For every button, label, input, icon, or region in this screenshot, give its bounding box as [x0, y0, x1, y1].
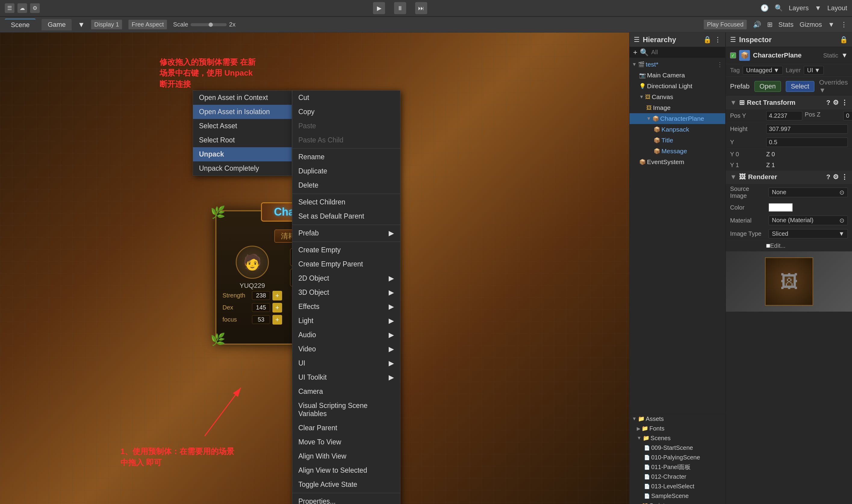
scale-thumb[interactable] — [209, 22, 213, 27]
add-icon[interactable]: + — [633, 48, 637, 57]
ctx-select-asset[interactable]: Select Asset — [193, 119, 292, 133]
display-select[interactable]: Display 1 — [91, 20, 122, 30]
ctx-unpack-completely[interactable]: Unpack Completely — [193, 161, 292, 176]
ctx-2d-object[interactable]: 2D Object▶ — [292, 271, 400, 285]
ctx-open-asset-context[interactable]: Open Asset in Context — [193, 91, 292, 105]
folder-assets[interactable]: ▼ 📁 Assets — [630, 414, 725, 424]
cloud-icon[interactable]: ☁ — [17, 3, 27, 13]
prefab-select-button[interactable]: Select — [786, 81, 814, 92]
renderer-settings-icon[interactable]: ⚙ — [833, 173, 839, 181]
ctx-select-children[interactable]: Select Children — [292, 195, 400, 209]
ctx-effects[interactable]: Effects▶ — [292, 300, 400, 314]
renderer-more-icon[interactable]: ⋮ — [841, 173, 848, 181]
tree-item-canvas[interactable]: ▼ 🖼 Canvas — [630, 91, 725, 102]
ctx-move-to-view[interactable]: Move To View — [292, 435, 400, 449]
ctx-open-asset-isolation[interactable]: Open Asset in Isolation — [193, 105, 292, 119]
edit-mode-checkbox[interactable] — [766, 244, 770, 248]
tree-item-message[interactable]: 📦 Message — [630, 146, 725, 157]
ctx-light[interactable]: Light▶ — [292, 314, 400, 328]
file-009[interactable]: 📄 009-StartScene — [630, 443, 725, 452]
rect-more-icon[interactable]: ⋮ — [841, 99, 848, 107]
play-focused-select[interactable]: Play Focused — [704, 20, 747, 30]
tree-item-kanpsack[interactable]: 📦 Kanpsack — [630, 124, 725, 135]
ctx-ui-toolkit[interactable]: UI Toolkit▶ — [292, 370, 400, 384]
ctx-clear-parent[interactable]: Clear Parent — [292, 421, 400, 435]
file-sample[interactable]: 📄 SampleScene — [630, 491, 725, 501]
dex-plus[interactable]: + — [272, 303, 282, 312]
ctx-rename[interactable]: Rename — [292, 150, 400, 164]
menu-icon[interactable]: ☰ — [5, 3, 15, 13]
material-select-icon[interactable]: ⊙ — [839, 217, 845, 224]
ctx-paste[interactable]: Paste — [292, 119, 400, 133]
pos-z-input[interactable] — [843, 111, 852, 121]
renderer-question-icon[interactable]: ? — [827, 173, 830, 181]
prefab-open-button[interactable]: Open — [755, 81, 781, 92]
layers-dropdown-icon[interactable]: ▼ — [815, 4, 821, 12]
tree-dots[interactable]: ⋮ — [717, 61, 723, 68]
ctx-create-empty-parent[interactable]: Create Empty Parent — [292, 257, 400, 271]
source-image-select-icon[interactable]: ⊙ — [839, 189, 845, 196]
file-010[interactable]: 📄 010-PalyingScene — [630, 452, 725, 462]
ctx-unpack[interactable]: Unpack — [193, 147, 292, 161]
layer-value[interactable]: UI ▼ — [804, 66, 824, 75]
search-input[interactable] — [651, 49, 727, 56]
ctx-copy[interactable]: Copy — [292, 105, 400, 119]
ctx-align-view-to-selected[interactable]: Align View to Selected — [292, 463, 400, 478]
step-button[interactable]: ⏭ — [415, 2, 427, 14]
file-011[interactable]: 📄 011-Panel面板 — [630, 462, 725, 472]
hierarchy-lock-icon[interactable]: 🔒 — [703, 36, 711, 44]
rect-transform-header[interactable]: ▼ ⊞ Rect Transform ? ⚙ ⋮ — [726, 96, 852, 109]
ctx-video[interactable]: Video▶ — [292, 342, 400, 356]
ctx-set-default-parent[interactable]: Set as Default Parent — [292, 209, 400, 223]
ctx-ui[interactable]: UI▶ — [292, 356, 400, 370]
folder-script[interactable]: ▶ 📁 Script — [630, 501, 725, 504]
tab-scene[interactable]: Scene — [5, 19, 36, 31]
folder-scenes[interactable]: ▼ 📁 Scenes — [630, 433, 725, 443]
pivot-y-input[interactable] — [766, 138, 848, 147]
rect-settings-icon[interactable]: ⚙ — [833, 99, 839, 107]
tab-game[interactable]: Game — [41, 19, 72, 31]
tree-item-title[interactable]: 📦 Title — [630, 135, 725, 146]
file-012[interactable]: 📄 012-Chracter — [630, 472, 725, 482]
folder-fonts[interactable]: ▶ 📁 Fonts — [630, 424, 725, 433]
ctx-3d-object[interactable]: 3D Object▶ — [292, 285, 400, 300]
tree-item-main-camera[interactable]: 📷 Main Camera — [630, 70, 725, 81]
ctx-toggle-active[interactable]: Toggle Active State — [292, 478, 400, 492]
color-swatch[interactable] — [768, 203, 793, 212]
audio-icon[interactable]: 🔊 — [753, 21, 761, 29]
tree-item-directional-light[interactable]: 💡 Directional Light — [630, 81, 725, 91]
ctx-properties[interactable]: Properties... — [292, 494, 400, 504]
tree-item-image[interactable]: 🖼 Image — [630, 102, 725, 113]
ctx-select-root[interactable]: Select Root — [193, 133, 292, 147]
more-options-icon[interactable]: ⋮ — [840, 21, 847, 29]
ctx-cut[interactable]: Cut — [292, 91, 400, 105]
stats-label[interactable]: Stats — [779, 21, 794, 29]
strength-plus[interactable]: + — [272, 291, 282, 301]
pos-y-input[interactable] — [766, 111, 802, 121]
ctx-create-empty[interactable]: Create Empty — [292, 243, 400, 257]
aspect-select[interactable]: Free Aspect — [128, 20, 167, 30]
search-icon[interactable]: 🔍 — [640, 48, 649, 57]
focus-plus[interactable]: + — [272, 315, 282, 325]
tree-item-characterplane[interactable]: ▼ 📦 CharacterPlane — [630, 113, 725, 124]
component-checkbox[interactable]: ✓ — [730, 52, 736, 58]
gizmos-label[interactable]: Gizmos — [800, 21, 822, 29]
tree-item-eventsystem[interactable]: 📦 EventSystem — [630, 157, 725, 167]
tree-item-test[interactable]: ▼ 🎬 test* ⋮ — [630, 59, 725, 70]
settings-icon[interactable]: ⚙ — [30, 3, 40, 13]
static-dropdown[interactable]: ▼ — [841, 52, 848, 59]
play-button[interactable]: ▶ — [373, 2, 385, 14]
pause-button[interactable]: ⏸ — [394, 2, 406, 14]
tag-value[interactable]: Untagged ▼ — [743, 66, 783, 75]
ctx-align-with-view[interactable]: Align With View — [292, 449, 400, 463]
ctx-visual-scripting[interactable]: Visual Scripting Scene Variables — [292, 399, 400, 421]
source-image-field[interactable]: None ⊙ — [768, 187, 848, 197]
ctx-prefab[interactable]: Prefab▶ — [292, 226, 400, 240]
gizmos-dropdown-icon[interactable]: ▼ — [828, 21, 835, 29]
scale-slider[interactable] — [191, 23, 227, 26]
renderer-header[interactable]: ▼ 🖼 Renderer ? ⚙ ⋮ — [726, 171, 852, 184]
rect-question-icon[interactable]: ? — [827, 99, 830, 107]
ctx-delete[interactable]: Delete — [292, 178, 400, 192]
ctx-audio[interactable]: Audio▶ — [292, 328, 400, 342]
ctx-camera[interactable]: Camera — [292, 384, 400, 399]
